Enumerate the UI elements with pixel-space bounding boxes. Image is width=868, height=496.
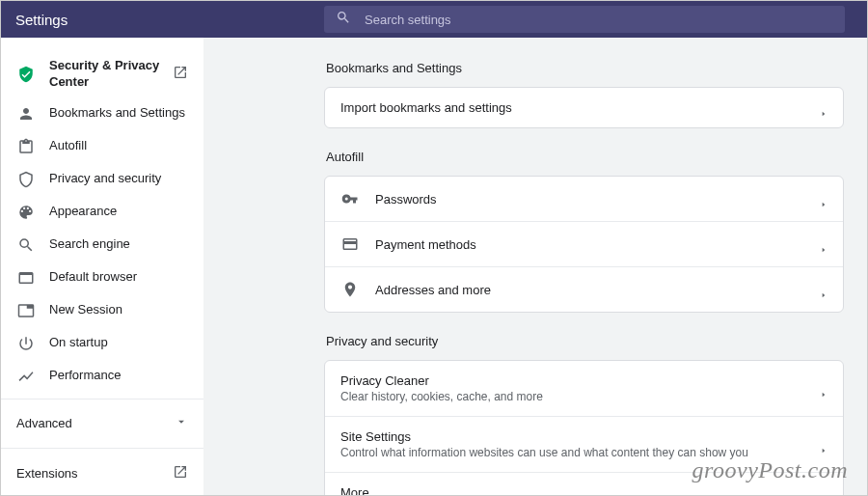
section-title-bookmarks: Bookmarks and Settings xyxy=(324,61,844,75)
sidebar-item-label: Appearance xyxy=(49,204,188,220)
page-title: Settings xyxy=(15,12,324,28)
sidebar-item-label: Search engine xyxy=(49,236,188,253)
row-passwords[interactable]: Passwords xyxy=(325,177,843,221)
pin-icon xyxy=(340,280,360,299)
row-sublabel: Control what information websites can us… xyxy=(340,446,820,459)
palette-icon xyxy=(16,203,36,222)
sidebar-item-label: Privacy and security xyxy=(49,171,188,187)
row-label: Passwords xyxy=(375,192,820,207)
browser-icon xyxy=(16,268,36,288)
sidebar-item-bookmarks-settings[interactable]: Bookmarks and Settings xyxy=(1,97,203,130)
search-input[interactable] xyxy=(365,13,833,27)
card-bookmarks: Import bookmarks and settings xyxy=(324,87,844,128)
sidebar-advanced-toggle[interactable]: Advanced xyxy=(1,405,203,442)
chevron-right-icon xyxy=(820,385,827,393)
shield-check-icon xyxy=(16,65,36,84)
sidebar-item-label: Security & Privacy Center xyxy=(49,58,173,91)
chevron-down-icon xyxy=(175,415,188,432)
sidebar-item-security-privacy-center[interactable]: Security & Privacy Center xyxy=(1,51,203,97)
chevron-right-icon xyxy=(820,286,827,293)
sidebar-item-default-browser[interactable]: Default browser xyxy=(1,262,203,294)
sidebar-item-label: Autofill xyxy=(49,138,188,154)
extensions-label: Extensions xyxy=(16,466,78,481)
row-site-settings[interactable]: Site Settings Control what information w… xyxy=(325,416,843,472)
sidebar-item-on-startup[interactable]: On startup xyxy=(1,327,203,360)
row-privacy-cleaner[interactable]: Privacy Cleaner Clear history, cookies, … xyxy=(325,361,843,416)
header-bar: Settings xyxy=(1,1,867,38)
sidebar-item-label: New Session xyxy=(49,302,188,318)
chevron-right-icon xyxy=(820,441,827,449)
search-icon xyxy=(336,10,365,29)
external-link-icon xyxy=(173,464,188,483)
sidebar-item-extensions[interactable]: Extensions xyxy=(1,455,203,493)
sidebar-item-appearance[interactable]: Appearance xyxy=(1,196,203,229)
row-payment-methods[interactable]: Payment methods xyxy=(325,221,843,266)
card-autofill: Passwords Payment methods Addresses and … xyxy=(324,176,844,313)
row-label: Site Settings xyxy=(340,429,820,444)
row-label: Payment methods xyxy=(375,237,820,252)
row-label: Addresses and more xyxy=(375,283,820,297)
power-icon xyxy=(16,334,36,353)
search-icon xyxy=(16,235,36,255)
sidebar-item-privacy-security[interactable]: Privacy and security xyxy=(1,163,203,196)
sidebar-item-autofill[interactable]: Autofill xyxy=(1,130,203,163)
row-label: Import bookmarks and settings xyxy=(340,100,820,115)
row-import-bookmarks[interactable]: Import bookmarks and settings xyxy=(325,88,843,127)
main-content: Bookmarks and Settings Import bookmarks … xyxy=(203,38,867,495)
divider xyxy=(1,399,203,400)
clipboard-icon xyxy=(16,137,36,156)
external-link-icon xyxy=(173,65,188,84)
row-addresses[interactable]: Addresses and more xyxy=(325,266,843,312)
sidebar-item-about[interactable]: About Avast Secure Browser xyxy=(1,493,203,495)
sidebar-item-search-engine[interactable]: Search engine xyxy=(1,229,203,262)
sidebar-item-performance[interactable]: Performance xyxy=(1,360,203,393)
chevron-right-icon xyxy=(820,195,827,203)
section-title-autofill: Autofill xyxy=(324,150,844,164)
key-icon xyxy=(340,189,360,208)
row-sublabel: Clear history, cookies, cache, and more xyxy=(340,390,820,403)
person-icon xyxy=(16,104,36,124)
row-label: More xyxy=(340,485,827,495)
advanced-label: Advanced xyxy=(16,416,72,430)
shield-icon xyxy=(16,170,36,189)
tab-icon xyxy=(16,301,36,320)
divider xyxy=(1,448,203,449)
sidebar-item-label: Bookmarks and Settings xyxy=(49,105,188,122)
chevron-right-icon xyxy=(820,240,827,248)
card-icon xyxy=(340,234,360,254)
sidebar-item-label: Default browser xyxy=(49,269,188,286)
section-title-privacy: Privacy and security xyxy=(324,334,844,348)
row-label: Privacy Cleaner xyxy=(340,373,820,388)
sidebar-item-label: Performance xyxy=(49,368,188,384)
sidebar-item-new-session[interactable]: New Session xyxy=(1,294,203,327)
sidebar: Security & Privacy Center Bookmarks and … xyxy=(1,38,203,495)
card-privacy: Privacy Cleaner Clear history, cookies, … xyxy=(324,360,844,495)
chevron-right-icon xyxy=(820,104,827,112)
search-container[interactable] xyxy=(324,6,845,33)
row-more[interactable]: More xyxy=(325,472,843,495)
sidebar-item-label: On startup xyxy=(49,335,188,351)
chart-icon xyxy=(16,367,36,386)
